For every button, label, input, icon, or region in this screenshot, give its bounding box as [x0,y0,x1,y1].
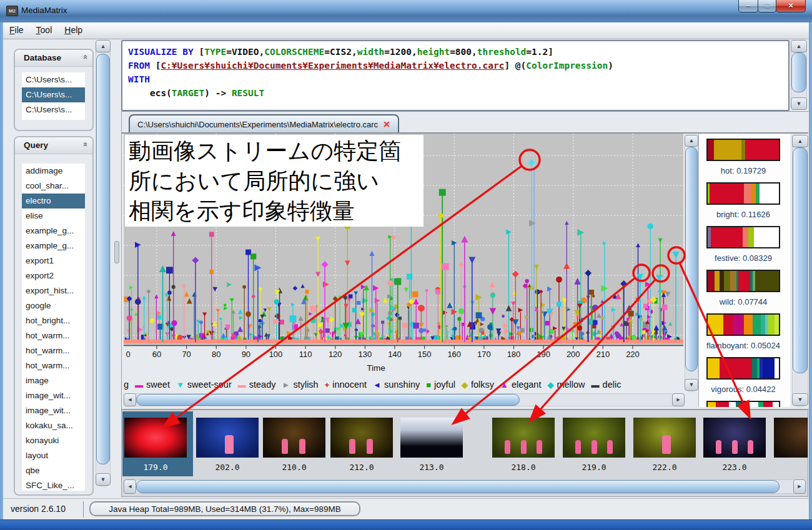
video-frame-thumbnail-202.0[interactable] [196,418,259,458]
tab-electro-carc[interactable]: C:\Users\shuichi\Documents\Experiments\M… [129,114,399,134]
color-segment [724,271,730,291]
video-frame-thumbnail-219.0[interactable] [563,418,625,458]
svg-text:220: 220 [626,350,640,359]
query-editor[interactable]: VISUALIZE BY [TYPE=VIDEO,COLORSCHEME=CIS… [121,40,790,111]
collapse-chevron-icon[interactable]: » [80,56,89,59]
scroll-up-icon[interactable]: ▲ [96,40,111,52]
query-item-hot-warm-[interactable]: hot_warm... [22,358,85,373]
query-item-electro[interactable]: electro [22,194,85,209]
db-item-c-users-s-[interactable]: C:\Users\s... [22,72,85,87]
color-segment [716,402,729,407]
impression-label: flamboyant: 0.05024 [699,341,788,350]
color-segment [763,358,775,378]
collapse-chevron-icon[interactable]: » [80,144,89,147]
performer-figure [537,440,542,454]
impression-label: vigorous: 0.04422 [699,385,788,394]
color-segment [743,227,748,247]
db-item-c-users-s-[interactable]: C:\Users\s... [22,102,85,117]
query-item-export-hist-[interactable]: export_hist... [22,283,85,298]
query-item-export1[interactable]: export1 [22,253,85,268]
scroll-right-icon[interactable]: ► [672,393,685,406]
minimize-button[interactable]: – [738,0,758,12]
color-segment [738,271,750,291]
svg-text:200: 200 [567,350,580,359]
scroll-up-icon[interactable]: ▲ [685,135,698,147]
query-item-export2[interactable]: export2 [22,268,85,283]
window-left-border [0,22,3,519]
frame-time-label: 202.0 [196,463,259,472]
query-item-sfc-like-[interactable]: SFC_Like_... [22,478,85,491]
video-frame-thumbnail[interactable] [774,418,808,458]
video-frame-thumbnail-210.0[interactable] [263,418,325,458]
color-segment [755,271,779,291]
color-segment [708,271,715,291]
video-frame-thumbnail-212.0[interactable] [330,418,393,458]
svg-text:180: 180 [507,350,521,359]
query-item-hot-warm-[interactable]: hot_warm... [22,343,85,358]
close-button[interactable]: × [776,0,806,12]
database-list: C:\Users\s...C:\Users\s...C:\Users\s... [22,72,85,120]
query-item-image-wit-[interactable]: image_wit... [22,403,85,418]
editor-scrollbar-thumb[interactable] [791,52,806,92]
impression-bar-festive [706,226,780,248]
legend-scrollbar-thumb[interactable] [136,394,520,406]
query-item-addimage[interactable]: addimage [22,164,85,179]
scroll-up-icon[interactable]: ▲ [792,135,808,147]
query-item-konayuki[interactable]: konayuki [22,433,85,448]
scroll-up-icon[interactable]: ▲ [791,40,807,52]
query-item-cool-shar-[interactable]: cool_shar... [22,179,85,194]
video-frame-thumbnail-179.0[interactable] [124,418,187,458]
query-item-image-wit-[interactable]: image_wit... [22,388,85,403]
menu-bar: FileToolHelp [3,22,809,39]
query-item-hot-bright-[interactable]: hot_bright... [22,313,85,328]
video-frame-thumbnail-223.0[interactable] [703,418,766,458]
database-panel-header[interactable]: Database » [15,50,92,67]
svg-text:210: 210 [597,350,610,359]
maximize-button[interactable]: □ [758,0,776,12]
query-item-example-g-[interactable]: example_g... [22,238,85,253]
legend-label-mellow: mellow [557,380,585,390]
frame-time-label: 218.0 [492,463,555,472]
video-frame-thumbnail-222.0[interactable] [633,418,696,458]
scroll-left-icon[interactable]: ◄ [124,479,136,494]
scroll-down-icon[interactable]: ▼ [791,97,807,110]
scroll-down-icon[interactable]: ▼ [792,393,808,406]
query-item-layout[interactable]: layout [22,448,85,463]
scroll-right-icon[interactable]: ► [793,479,806,494]
scroll-down-icon[interactable]: ▼ [96,473,111,486]
database-panel-title: Database [24,53,61,62]
color-segment [775,315,779,335]
query-item-qbe[interactable]: qbe [22,463,85,478]
menu-help[interactable]: Help [58,22,89,35]
filmstrip-scrollbar-thumb[interactable] [136,480,780,493]
query-item-google[interactable]: google [22,298,85,313]
performer-figure [716,440,721,454]
query-panel-header[interactable]: Query » [15,137,92,154]
splitter-handle[interactable] [114,241,119,263]
video-frame-thumbnail-218.0[interactable] [492,418,555,458]
query-item-image[interactable]: image [22,373,85,388]
video-frame-thumbnail-213.0[interactable] [400,418,463,458]
performer-figure [225,435,234,454]
db-item-c-users-s-[interactable]: C:\Users\s... [22,87,85,102]
svg-text:60: 60 [152,350,161,359]
query-item-example-g-[interactable]: example_g... [22,223,85,238]
scroll-left-icon[interactable]: ◄ [124,393,136,406]
chart-scrollbar-thumb[interactable] [685,147,698,371]
menu-tool[interactable]: Tool [30,22,59,35]
query-item-elise[interactable]: elise [22,209,85,223]
color-segment [741,140,746,160]
annotation-line: 所において局所的に強い [129,166,423,196]
title-bar[interactable]: M2 MediaMatrix – □ × [0,0,812,23]
performer-figure [505,440,510,454]
svg-text:Time: Time [367,363,385,373]
editor-line: WITH [122,72,788,86]
impression-scrollbar-thumb[interactable] [793,147,808,373]
tab-close-icon[interactable]: ✕ [383,119,390,129]
menu-file[interactable]: File [3,22,30,35]
scroll-down-icon[interactable]: ▼ [685,379,698,391]
query-item-kokaku-sa-[interactable]: kokaku_sa... [22,418,85,433]
performer-figure [607,440,613,454]
query-item-hot-warm-[interactable]: hot_warm... [22,328,85,343]
sidebar-scrollbar-thumb[interactable] [96,54,110,464]
